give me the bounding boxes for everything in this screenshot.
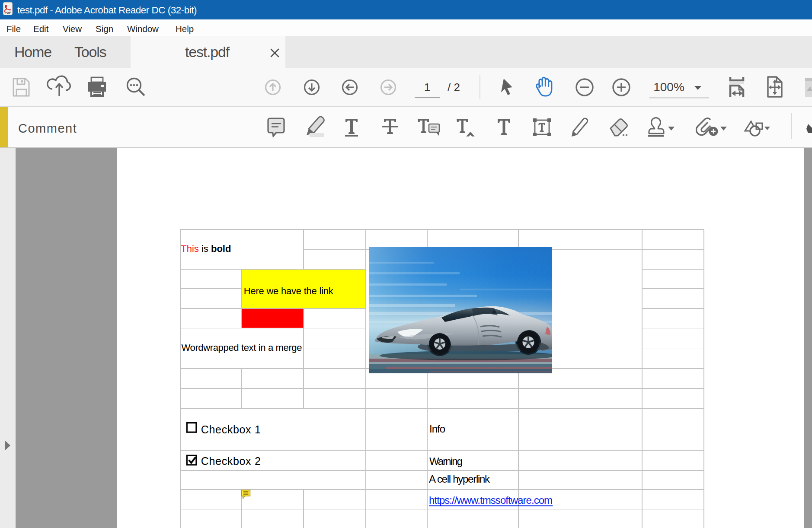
svg-text:Warning: Warning xyxy=(429,455,463,467)
svg-text:PDF: PDF xyxy=(5,11,11,15)
svg-text:Info: Info xyxy=(429,423,445,435)
svg-text:A cell hyperlink: A cell hyperlink xyxy=(429,473,490,485)
svg-text:Here we have the link: Here we have the link xyxy=(244,286,334,296)
svg-text:Wordwrapped text in a merge: Wordwrapped text in a merge xyxy=(182,342,302,353)
svg-text:1: 1 xyxy=(424,81,430,94)
svg-text:https://www.tmssoftware.com: https://www.tmssoftware.com xyxy=(429,494,553,506)
svg-text:Checkbox 1: Checkbox 1 xyxy=(201,423,261,436)
svg-text:Checkbox 2: Checkbox 2 xyxy=(201,455,261,467)
svg-text:This is bold: This is bold xyxy=(181,243,231,254)
svg-text:/ 2: / 2 xyxy=(448,81,460,94)
svg-text:100%: 100% xyxy=(653,80,684,94)
